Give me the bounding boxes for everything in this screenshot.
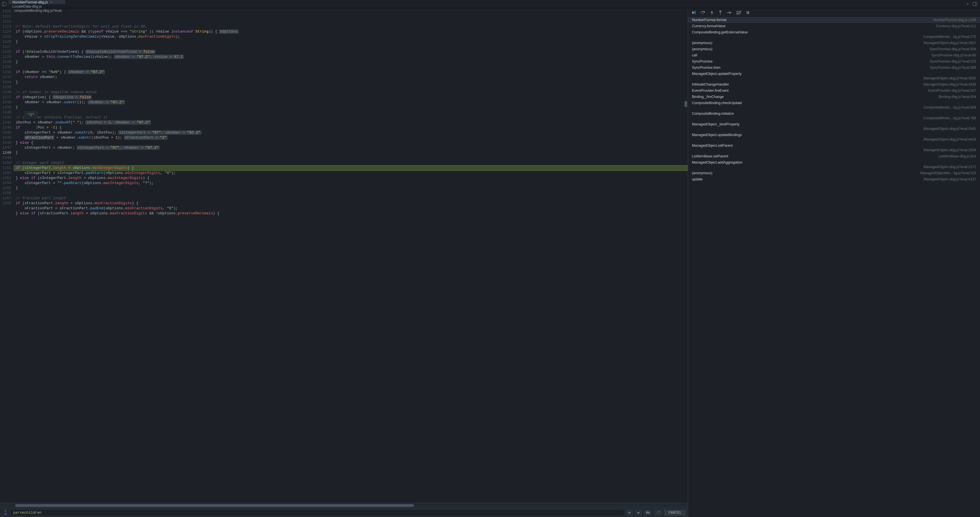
stack-frame[interactable]: ManagedObject.addAggregationManagedObjec… [688,159,980,170]
stack-frame[interactable]: SyncPromiseSyncPromise-dbg.js?eval:225 [688,58,980,65]
code-line[interactable] [14,191,688,196]
line-number[interactable]: 1256 [0,191,11,196]
line-number[interactable]: 1230 [0,59,11,65]
toggle-navigator-icon[interactable] [0,2,8,6]
code-line[interactable]: if (sNumber == "NaN") {sNumber = "87.2" [14,70,688,75]
code-line[interactable] [14,44,688,49]
line-number[interactable]: 1249 [0,155,11,160]
code-line[interactable] [14,110,688,115]
code-line[interactable]: // Note: default maxFractionDigits for u… [14,24,688,29]
code-line[interactable]: sNumber = this.convertToDecimal(vValue);… [14,54,688,59]
editor-tab[interactable]: NumberFormat-dbg.js× [8,0,66,4]
code-line[interactable]: } else { [14,140,688,145]
search-cancel-button[interactable]: CANCEL [664,510,686,516]
line-number[interactable]: 1252 [0,171,11,176]
code-line[interactable] [14,155,688,160]
toggle-details-icon[interactable] [973,2,977,6]
line-number[interactable]: 1227 [0,44,11,49]
stack-frame[interactable]: ManagedObject.updatePropertyManagedObjec… [688,71,980,81]
stack-frame[interactable]: Currency.formatValueCurrency-dbg.js?eval… [688,23,980,29]
vertical-scrollbar[interactable] [684,8,688,503]
stack-frame[interactable]: EventProvider.fireEventEventProvider-dbg… [688,87,980,94]
line-gutter[interactable]: 1220122112221223122412251226122712281229… [0,8,14,221]
stack-frame[interactable]: SyncPromise.thenSyncPromise-dbg.js?eval:… [688,65,980,71]
line-number[interactable]: 1235 [0,85,11,90]
code-line[interactable]: sFractionPart = sFractionPart.padEnd(oOp… [14,206,688,211]
line-number[interactable]: 1231 [0,65,11,70]
code-line[interactable]: // integer part length [14,160,688,165]
line-number[interactable]: 1257 [0,196,11,201]
code-line[interactable]: sFractionPart = sNumber.substr(iDotPos +… [14,135,688,140]
line-number[interactable]: 1228 [0,49,11,54]
line-number[interactable]: 1240 [0,110,11,115]
line-number[interactable]: 1229 [0,54,11,59]
line-number[interactable]: 1241 [0,115,11,120]
code-area[interactable]: "2" // Note: default maxFractionDigits f… [14,8,688,221]
line-number[interactable]: 1224 [0,29,11,34]
regex-button[interactable]: .* [654,510,662,516]
call-stack[interactable]: NumberFormat.formatNumberFormat-dbg.js:1… [688,17,980,517]
code-line[interactable]: } else if (sFractionPart.length > oOptio… [14,211,688,216]
editor-tab[interactable]: LocaleData-dbg.js [8,4,66,8]
line-number[interactable]: 1246 [0,140,11,145]
line-number[interactable]: 1255 [0,186,11,191]
search-next-button[interactable] [635,510,642,516]
search-input[interactable] [11,510,624,516]
code-line[interactable]: } [14,105,688,110]
code-line[interactable] [14,85,688,90]
stack-frame[interactable]: Binding._fireChangeBinding-dbg.js?eval:4… [688,94,980,100]
code-line[interactable]: // if number is negative remove minus [14,90,688,95]
line-number[interactable]: 1236 [0,90,11,95]
code-line[interactable]: } [14,186,688,191]
resume-icon[interactable] [691,10,696,15]
stack-frame[interactable]: ManagedObject.updateBindingsManagedObjec… [688,132,980,143]
code-line[interactable]: if (oOptions.preserveDecimals && (typeof… [14,29,688,34]
line-number[interactable]: 1237 [0,95,11,100]
stack-frame[interactable]: updateManagedObject-dbg.js?eval:4137 [688,176,980,182]
step-over-icon[interactable] [700,11,705,14]
line-number[interactable]: 1254 [0,181,11,186]
stack-frame[interactable]: NumberFormat.formatNumberFormat-dbg.js:1… [688,17,980,23]
line-number[interactable]: 1223 [0,24,11,29]
line-number[interactable]: 1248 [0,151,11,155]
line-number[interactable]: 1245 [0,135,11,140]
stack-frame[interactable]: CompositeBinding.initializeCompositeBind… [688,111,980,121]
match-case-button[interactable]: Aa [644,510,652,516]
line-number[interactable]: 1238 [0,100,11,105]
code-line[interactable]: if (!bValueIsNullOrUndefined) {bValueIsN… [14,49,688,54]
line-number[interactable]: 1247 [0,145,11,151]
stack-frame[interactable]: ManagedObject.setParentManagedObject-dbg… [688,143,980,153]
code-line[interactable]: if :Pos > -1) { [14,125,688,130]
stack-frame[interactable]: ManagedObject._bindPropertyManagedObject… [688,121,980,132]
line-number[interactable]: 1242 [0,120,11,125]
search-mode-icon[interactable]: A↘B [2,509,9,516]
code-line[interactable]: sIntegerPart = "".padStart(oOptions.maxI… [14,181,688,186]
deactivate-breakpoints-icon[interactable] [737,11,741,14]
code-line[interactable]: } [14,151,688,155]
line-number[interactable]: 1250 [0,160,11,165]
horizontal-scrollbar[interactable] [0,503,688,508]
line-number[interactable]: 1221 [0,14,11,19]
step-out-icon[interactable] [718,10,722,15]
stack-frame[interactable]: (anonymous)SyncPromise-dbg.js?eval:309 [688,46,980,52]
code-line[interactable]: vValue = stripTrailingZeroDecimals(vValu… [14,34,688,39]
stack-frame[interactable]: (anonymous)ManagedObject-dbg.js?eval:365… [688,40,980,46]
code-line[interactable]: sNumber = sNumber.substr(1);sNumber = "8… [14,100,688,105]
line-number[interactable]: 1239 [0,105,11,110]
code-line[interactable]: // if number contains fraction, extract … [14,115,688,120]
code-line[interactable]: return sNumber; [14,75,688,80]
line-number[interactable]: 1244 [0,130,11,135]
line-number[interactable]: 1225 [0,34,11,39]
code-line[interactable] [14,65,688,70]
line-number[interactable]: 1251 [0,165,11,171]
code-line[interactable]: // fraction part length [14,196,688,201]
line-number[interactable]: 1243 [0,125,11,130]
search-prev-button[interactable] [626,510,633,516]
code-line[interactable]: if (sIntegerPart.length < oOptions.minIn… [14,165,688,171]
line-number[interactable]: 1226 [0,39,11,44]
close-icon[interactable]: × [50,0,52,4]
stack-frame[interactable]: CompositeBinding.getExternalValueComposi… [688,29,980,40]
stack-frame[interactable]: ListItemBase.setParentListItemBase-dbg.j… [688,153,980,159]
line-number[interactable]: 1258 [0,201,11,206]
code-line[interactable]: if (sFractionPart.length < oOptions.minF… [14,201,688,206]
